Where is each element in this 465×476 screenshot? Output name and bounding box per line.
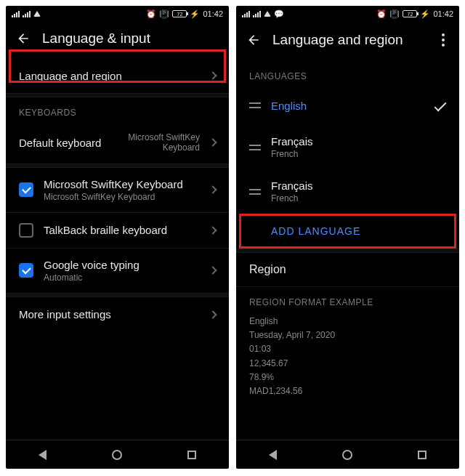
chevron-right-icon <box>209 139 217 147</box>
status-right: ⏰ 📳 72 ⚡ 01:42 <box>146 9 223 19</box>
settings-language-input-screen: ⏰ 📳 72 ⚡ 01:42 Language & input Language… <box>6 6 229 469</box>
wifi-icon <box>264 11 271 17</box>
messenger-icon: 💬 <box>274 9 284 19</box>
drag-handle-icon[interactable] <box>249 102 261 108</box>
titlebar: Language and region <box>236 22 459 61</box>
status-left <box>12 11 41 17</box>
default-keyboard-row[interactable]: Default keyboard Microsoft SwiftKey Keyb… <box>6 122 229 164</box>
wifi-icon <box>33 11 41 17</box>
talkback-label: TalkBack braille keyboard <box>44 224 204 236</box>
language-sub: French <box>271 193 446 203</box>
drag-handle-icon[interactable] <box>249 145 261 150</box>
swiftkey-checkbox[interactable] <box>19 182 33 197</box>
language-row-francais-1[interactable]: Français French <box>236 125 459 169</box>
nav-home-button[interactable] <box>342 450 352 460</box>
content: LANGUAGES English Français French França… <box>236 61 459 440</box>
chevron-right-icon <box>209 226 217 234</box>
vibrate-icon: 📳 <box>159 9 169 19</box>
swiftkey-label: Microsoft SwiftKey Keyboard <box>44 178 204 190</box>
back-button[interactable] <box>16 31 31 46</box>
swiftkey-keyboard-row[interactable]: Microsoft SwiftKey Keyboard Microsoft Sw… <box>6 168 229 212</box>
back-button[interactable] <box>246 33 261 47</box>
signal-icon <box>12 11 20 17</box>
region-format-example: English Tuesday, April 7, 2020 01:03 12,… <box>236 312 459 404</box>
battery-charge-icon: ⚡ <box>420 9 430 19</box>
alarm-icon: ⏰ <box>146 9 156 19</box>
status-bar: ⏰ 📳 72 ⚡ 01:42 <box>6 6 229 22</box>
battery-charge-icon: ⚡ <box>190 9 200 19</box>
chevron-right-icon <box>209 267 217 275</box>
language-sub: French <box>271 149 446 159</box>
nav-home-button[interactable] <box>112 450 122 460</box>
language-name: Français <box>271 179 446 192</box>
talkback-keyboard-row[interactable]: TalkBack braille keyboard <box>6 213 229 248</box>
swiftkey-sub: Microsoft SwiftKey Keyboard <box>44 192 204 202</box>
arrow-left-icon <box>16 31 31 46</box>
region-format-label: REGION FORMAT EXAMPLE <box>236 287 459 312</box>
language-row-english[interactable]: English <box>236 86 459 125</box>
nav-back-button[interactable] <box>39 450 46 460</box>
language-and-region-screen: 💬 ⏰ 📳 72 ⚡ 01:42 Language and region LAN… <box>236 6 459 469</box>
status-left: 💬 <box>242 9 284 19</box>
nav-back-button[interactable] <box>269 450 277 460</box>
nav-bar <box>236 440 459 469</box>
default-keyboard-value: Microsoft SwiftKey Keyboard <box>128 132 200 153</box>
alarm-icon: ⏰ <box>376 9 387 19</box>
nav-recent-button[interactable] <box>418 451 426 459</box>
talkback-checkbox[interactable] <box>19 223 33 238</box>
nav-bar <box>6 440 229 469</box>
battery-icon: 72 <box>403 10 417 17</box>
vibrate-icon: 📳 <box>389 9 400 19</box>
more-input-label: More input settings <box>19 308 204 320</box>
status-bar: 💬 ⏰ 📳 72 ⚡ 01:42 <box>236 6 459 22</box>
status-time: 01:42 <box>433 9 453 18</box>
chevron-right-icon <box>209 186 217 194</box>
check-icon <box>434 100 447 112</box>
google-voice-sub: Automatic <box>44 273 204 283</box>
language-name: Français <box>271 135 446 148</box>
more-input-settings-row[interactable]: More input settings <box>6 297 229 332</box>
keyboards-section-label: KEYBOARDS <box>6 97 229 122</box>
language-and-region-label: Language and region <box>19 70 204 82</box>
page-title: Language & input <box>42 31 150 47</box>
language-row-francais-2[interactable]: Français French <box>236 169 459 214</box>
page-title: Language and region <box>272 32 403 48</box>
signal-icon-2 <box>253 11 261 17</box>
signal-icon <box>242 11 250 17</box>
chevron-right-icon <box>209 71 217 79</box>
nav-recent-button[interactable] <box>187 451 196 459</box>
region-row[interactable]: Region <box>236 253 459 286</box>
battery-icon: 72 <box>172 10 187 17</box>
google-voice-checkbox[interactable] <box>19 263 33 278</box>
add-language-button[interactable]: ADD LANGUAGE <box>236 214 459 249</box>
language-name: English <box>271 100 434 112</box>
languages-section-label: LANGUAGES <box>236 61 459 86</box>
status-time: 01:42 <box>203 9 223 18</box>
drag-handle-icon[interactable] <box>249 189 261 195</box>
arrow-left-icon <box>246 33 261 47</box>
overflow-menu-button[interactable] <box>437 31 449 49</box>
default-keyboard-label: Default keyboard <box>19 137 128 149</box>
content: Language and region KEYBOARDS Default ke… <box>6 58 229 440</box>
status-right: ⏰ 📳 72 ⚡ 01:42 <box>376 9 453 19</box>
chevron-right-icon <box>209 310 217 318</box>
language-and-region-row[interactable]: Language and region <box>6 58 229 93</box>
signal-icon-2 <box>23 11 31 17</box>
titlebar: Language & input <box>6 22 229 58</box>
google-voice-typing-row[interactable]: Google voice typing Automatic <box>6 249 229 293</box>
google-voice-label: Google voice typing <box>44 259 204 271</box>
